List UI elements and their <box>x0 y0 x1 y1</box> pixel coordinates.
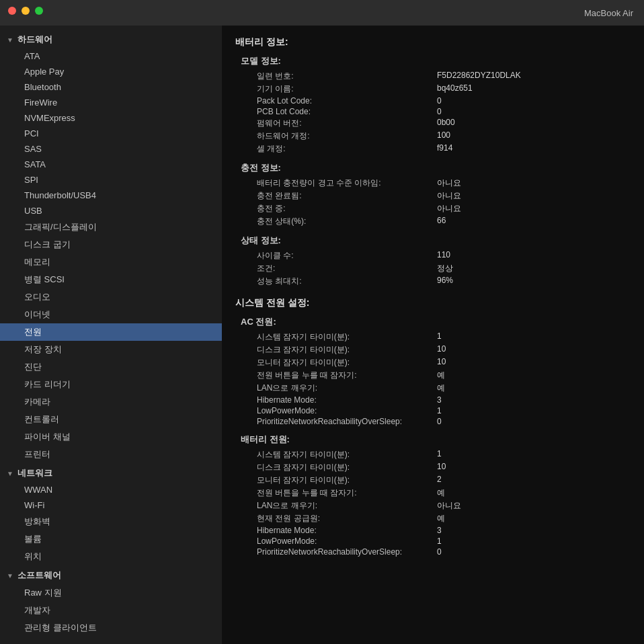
ac-monitorsleep-value: 10 <box>437 357 446 368</box>
ac-lowpower-label: LowPowerMode: <box>235 406 437 415</box>
sidebar-item-managed-client[interactable]: 관리형 클라이언트 <box>0 619 222 637</box>
ac-prioritize-value: 0 <box>437 417 442 426</box>
software-section: ▼ 소프트웨어 Raw 지원 개발자 관리형 클라이언트 <box>0 567 222 637</box>
sidebar-item-developer[interactable]: 개발자 <box>0 602 222 619</box>
status-cycles-value: 110 <box>437 250 450 261</box>
sidebar-item-parallelscsi[interactable]: 병렬 SCSI <box>0 271 222 288</box>
model-serial-label: 일련 번호: <box>235 71 437 82</box>
cell-revision-value: f914 <box>437 143 452 155</box>
model-name-label: 기기 이름: <box>235 83 437 95</box>
status-maxcap-value: 96% <box>437 276 453 287</box>
sidebar-item-usb[interactable]: USB <box>0 203 222 218</box>
model-info-title: 모델 정보: <box>241 55 631 67</box>
sidebar-item-spi[interactable]: SPI <box>0 172 222 188</box>
sidebar-item-applepay[interactable]: Apple Pay <box>0 64 222 79</box>
sidebar-item-ata[interactable]: ATA <box>0 48 222 64</box>
battery-info-section: 배터리 정보: 모델 정보: 일련 번호: F5D22862DYZ10DLAK … <box>235 36 631 288</box>
bat-row-powerbtn: 전원 버튼을 누를 때 잠자기: 예 <box>235 487 631 499</box>
charge-complete-value: 아니요 <box>437 190 461 202</box>
sidebar-item-pci[interactable]: PCI <box>0 126 222 141</box>
bat-row-monitorsleep: 모니터 잠자기 타이미(분): 2 <box>235 474 631 487</box>
sidebar-item-audio[interactable]: 오디오 <box>0 288 222 306</box>
content-area: 배터리 정보: 모델 정보: 일련 번호: F5D22862DYZ10DLAK … <box>222 26 644 644</box>
close-button[interactable] <box>8 7 16 15</box>
ac-row-powerbtn: 전원 버튼을 누를 때 잠자기: 예 <box>235 369 631 382</box>
sidebar-item-sata[interactable]: SATA <box>0 157 222 172</box>
sidebar-item-thunderbolt[interactable]: Thunderbolt/USB4 <box>0 188 222 203</box>
ac-row-disksleep: 디스크 잠자기 타이미(분): 10 <box>235 344 631 356</box>
sidebar-item-power[interactable]: 전원 <box>0 323 222 341</box>
model-name-value: bq40z651 <box>437 83 473 95</box>
bat-row-hibernate: Hibernate Mode: 3 <box>235 525 631 536</box>
hardware-arrow-icon: ▼ <box>7 36 13 44</box>
packlot-value: 0 <box>437 96 442 106</box>
software-arrow-icon: ▼ <box>7 572 13 579</box>
sidebar-item-diagnostics[interactable]: 진단 <box>0 358 222 376</box>
hardware-section-header[interactable]: ▼ 하드웨어 <box>0 31 222 48</box>
bat-lanwake-value: 아니요 <box>437 500 461 512</box>
ac-row-syssleep: 시스템 잠자기 타이미(분): 1 <box>235 331 631 344</box>
sidebar-item-nvmexpress[interactable]: NVMExpress <box>0 110 222 126</box>
window-title: MacBook Air <box>584 8 633 18</box>
sidebar-item-location[interactable]: 위치 <box>0 548 222 565</box>
sidebar-item-wifi[interactable]: Wi-Fi <box>0 497 222 513</box>
ac-powerbtn-value: 예 <box>437 370 445 381</box>
charge-percent-value: 66 <box>437 216 446 227</box>
sidebar-item-sas[interactable]: SAS <box>0 141 222 157</box>
firmware-label: 펌웨어 버전: <box>235 118 437 129</box>
bat-currentsource-value: 예 <box>437 513 445 524</box>
bat-row-lanwake: LAN으로 깨우기: 아니요 <box>235 499 631 512</box>
charge-critical-label: 배터리 충전량이 경고 수준 이하임: <box>235 177 437 189</box>
bat-hibernate-value: 3 <box>437 526 442 535</box>
packlot-label: Pack Lot Code: <box>235 96 437 106</box>
bat-row-currentsource: 현재 전원 공급원: 예 <box>235 512 631 525</box>
system-power-section: 시스템 전원 설정: AC 전원: 시스템 잠자기 타이미(분): 1 디스크 … <box>235 297 631 557</box>
sidebar-item-memory[interactable]: 메모리 <box>0 253 222 271</box>
ac-row-lanwake: LAN으로 깨우기: 예 <box>235 382 631 395</box>
ac-lanwake-label: LAN으로 깨우기: <box>235 383 437 394</box>
cell-revision-label: 셀 개정: <box>235 143 437 155</box>
charge-row-charging: 충전 중: 아니요 <box>235 202 631 215</box>
ac-hibernate-value: 3 <box>437 395 442 405</box>
bat-lowpower-value: 1 <box>437 536 442 546</box>
charge-row-critical: 배터리 충전량이 경고 수준 이하임: 아니요 <box>235 177 631 190</box>
bat-syssleep-value: 1 <box>437 449 442 460</box>
sidebar-item-volume[interactable]: 볼륨 <box>0 530 222 548</box>
sidebar-item-fiberchannel[interactable]: 파이버 채널 <box>0 428 222 446</box>
ac-syssleep-value: 1 <box>437 331 442 343</box>
bat-disksleep-value: 10 <box>437 462 446 473</box>
status-condition-value: 정상 <box>437 263 453 274</box>
sidebar-item-storage[interactable]: 저장 장치 <box>0 341 222 358</box>
sidebar-item-cardreader[interactable]: 카드 리더기 <box>0 376 222 393</box>
bat-lowpower-label: LowPowerMode: <box>235 536 437 546</box>
minimize-button[interactable] <box>22 7 30 15</box>
ac-hibernate-label: Hibernate Mode: <box>235 395 437 405</box>
sidebar-item-rawsupport[interactable]: Raw 지원 <box>0 584 222 602</box>
network-section-header[interactable]: ▼ 네트워크 <box>0 465 222 482</box>
charge-charging-value: 아니요 <box>437 203 461 214</box>
sidebar-item-controller[interactable]: 컨트롤러 <box>0 411 222 428</box>
bat-prioritize-label: PrioritizeNetworkReachabilityOverSleep: <box>235 547 437 557</box>
sidebar-item-wwan[interactable]: WWAN <box>0 482 222 497</box>
sidebar-item-ethernet[interactable]: 이더넷 <box>0 306 222 323</box>
model-info-row-name: 기기 이름: bq40z651 <box>235 83 631 95</box>
sidebar-item-bluetooth[interactable]: Bluetooth <box>0 79 222 95</box>
pcblot-label: PCB Lot Code: <box>235 107 437 116</box>
sidebar-item-firewall[interactable]: 방화벽 <box>0 513 222 530</box>
sidebar-item-camera[interactable]: 카메라 <box>0 393 222 411</box>
status-row-condition: 조건: 정상 <box>235 262 631 275</box>
sidebar-item-printer[interactable]: 프린터 <box>0 446 222 463</box>
ac-lowpower-value: 1 <box>437 406 442 415</box>
model-info-row-cell: 셀 개정: f914 <box>235 143 631 155</box>
sidebar-item-graphics[interactable]: 그래픽/디스플레이 <box>0 218 222 236</box>
model-serial-value: F5D22862DYZ10DLAK <box>437 71 521 82</box>
software-section-header[interactable]: ▼ 소프트웨어 <box>0 567 222 584</box>
bat-row-disksleep: 디스크 잠자기 타이미(분): 10 <box>235 461 631 474</box>
window-buttons <box>8 7 43 15</box>
sidebar-item-firewire[interactable]: FireWire <box>0 95 222 110</box>
maximize-button[interactable] <box>35 7 43 15</box>
network-section: ▼ 네트워크 WWAN Wi-Fi 방화벽 볼륨 위치 <box>0 465 222 565</box>
sidebar-item-diskburn[interactable]: 디스크 굽기 <box>0 236 222 253</box>
charge-row-complete: 충전 완료됨: 아니요 <box>235 190 631 202</box>
ac-row-prioritize: PrioritizeNetworkReachabilityOverSleep: … <box>235 416 631 427</box>
